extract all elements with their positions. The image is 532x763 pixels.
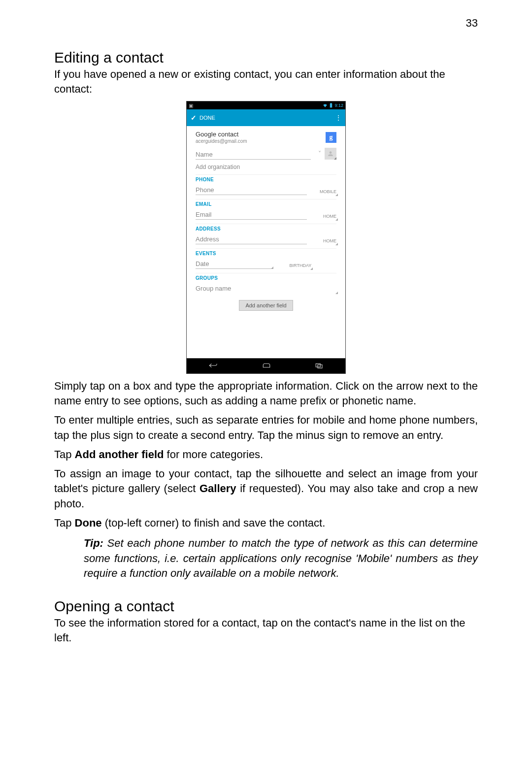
events-section-header: EVENTS — [196, 248, 336, 256]
svg-rect-3 — [318, 365, 322, 368]
phone-field[interactable]: Phone — [196, 185, 307, 195]
date-field[interactable]: Date — [196, 259, 273, 269]
navigation-bar — [187, 358, 345, 373]
contact-photo-button[interactable] — [325, 148, 336, 160]
svg-rect-2 — [316, 364, 320, 367]
paragraph-4-bold: Gallery — [200, 482, 236, 495]
paragraph-1: Simply tap on a box and type the appropr… — [54, 379, 478, 409]
add-another-field-button[interactable]: Add another field — [239, 300, 293, 311]
name-expand-icon[interactable]: ˅ — [316, 150, 324, 158]
address-section-header: ADDRESS — [196, 224, 336, 232]
action-bar: ✓ DONE ⋮ — [187, 109, 345, 126]
page-number: 33 — [466, 17, 478, 30]
address-type-spinner[interactable]: HOME — [312, 238, 336, 244]
paragraph-5-post: (top-left corner) to finish and save the… — [102, 517, 326, 529]
heading-opening-contact: Opening a contact — [54, 598, 478, 615]
email-field[interactable]: Email — [196, 210, 307, 220]
phone-section-header: PHONE — [196, 174, 336, 182]
android-screenshot: ▣ 9:12 ✓ DONE ⋮ Google contact acerguide… — [186, 101, 346, 373]
heading-editing-contact: Editing a contact — [54, 49, 478, 66]
add-organization-button[interactable]: Add organization — [196, 164, 336, 170]
email-type-spinner[interactable]: HOME — [312, 214, 336, 220]
paragraph-5: Tap Done (top-left corner) to finish and… — [54, 516, 478, 531]
status-bar: ▣ 9:12 — [187, 101, 345, 109]
svg-rect-1 — [331, 103, 332, 103]
overflow-icon[interactable]: ⋮ — [335, 115, 341, 120]
paragraph-3-pre: Tap — [54, 448, 75, 461]
google-badge-icon: g — [326, 132, 336, 143]
battery-icon — [330, 103, 332, 108]
group-name-field[interactable]: Group name — [196, 284, 307, 293]
intro-paragraph: If you have opened a new or existing con… — [54, 67, 478, 96]
notification-icon: ▣ — [189, 103, 193, 108]
status-time: 9:12 — [334, 103, 343, 108]
done-label[interactable]: DONE — [200, 115, 215, 121]
section2-paragraph: To see the information stored for a cont… — [54, 616, 478, 645]
paragraph-3-post: for more categories. — [164, 448, 263, 461]
address-field[interactable]: Address — [196, 234, 307, 244]
groups-section-header: GROUPS — [196, 273, 336, 281]
name-field[interactable]: Name — [196, 150, 311, 160]
svg-rect-0 — [330, 103, 332, 107]
paragraph-4: To assign an image to your contact, tap … — [54, 466, 478, 512]
tip-block: Tip: Set each phone number to match the … — [84, 536, 478, 581]
back-icon[interactable] — [208, 362, 218, 370]
paragraph-3: Tap Add another field for more categorie… — [54, 447, 478, 463]
done-check-icon[interactable]: ✓ — [191, 114, 197, 122]
event-type-spinner[interactable]: BIRTHDAY — [282, 263, 311, 269]
tip-label: Tip: — [84, 537, 103, 549]
recent-apps-icon[interactable] — [315, 362, 324, 370]
account-row[interactable]: Google contact acerguides@gmail.com g — [196, 131, 336, 143]
wifi-icon — [323, 103, 328, 108]
paragraph-2: To enter multiple entries, such as separ… — [54, 413, 478, 443]
paragraph-3-bold: Add another field — [75, 448, 164, 461]
tip-text: Set each phone number to match the type … — [84, 537, 478, 580]
account-subtitle: acerguides@gmail.com — [196, 138, 247, 144]
email-section-header: EMAIL — [196, 199, 336, 207]
phone-type-spinner[interactable]: MOBILE — [312, 189, 336, 195]
home-icon[interactable] — [262, 362, 271, 370]
group-spinner[interactable] — [312, 292, 336, 293]
paragraph-5-bold: Done — [75, 517, 102, 529]
paragraph-5-pre: Tap — [54, 517, 75, 529]
account-title: Google contact — [196, 131, 247, 138]
